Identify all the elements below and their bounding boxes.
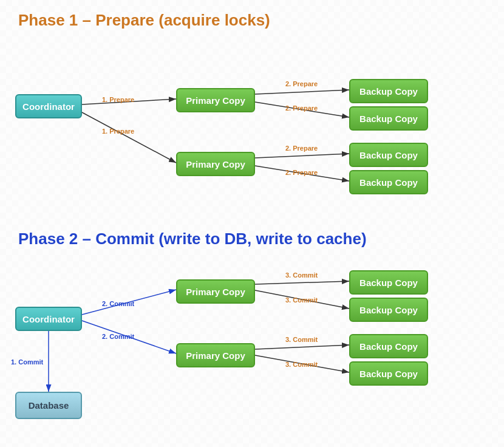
phase1-backup2: Backup Copy <box>349 106 428 131</box>
p2-label-p2-b3: 3. Commit <box>285 336 318 343</box>
phase2-backup3: Backup Copy <box>349 334 428 358</box>
phase2-primary1: Primary Copy <box>176 279 255 304</box>
p1-label-p2-b3: 2. Prepare <box>285 145 318 152</box>
phase1-coordinator: Coordinator <box>15 94 82 118</box>
p1-label-p1-b2: 2. Prepare <box>285 104 318 112</box>
content-area: Phase 1 – Prepare (acquire locks) Phase … <box>0 0 504 447</box>
phase2-database: Database <box>15 392 82 419</box>
phase1-backup3: Backup Copy <box>349 143 428 167</box>
phase1-backup1: Backup Copy <box>349 79 428 103</box>
phase1-primary2: Primary Copy <box>176 152 255 176</box>
arrows-svg <box>0 0 504 447</box>
phase1-backup4: Backup Copy <box>349 170 428 194</box>
phase1-primary1: Primary Copy <box>176 88 255 112</box>
phase2-primary2: Primary Copy <box>176 343 255 367</box>
p1-primary2-to-backup3-arrow <box>255 154 349 158</box>
p2-label-coord-primary2: 2. Commit <box>102 333 134 340</box>
p1-label-p1-b1: 2. Prepare <box>285 80 318 87</box>
p1-primary1-to-backup1-arrow <box>255 90 349 94</box>
p1-label-coord-primary2: 1. Prepare <box>102 128 134 135</box>
phase1-title: Phase 1 – Prepare (acquire locks) <box>18 11 270 30</box>
p2-primary2-to-backup3-arrow <box>255 345 349 349</box>
p2-label-coord-db: 1. Commit <box>11 358 43 366</box>
p2-label-p1-b1: 3. Commit <box>285 271 318 279</box>
phase2-backup4: Backup Copy <box>349 361 428 386</box>
p2-primary1-to-backup1-arrow <box>255 281 349 284</box>
p2-label-p1-b2: 3. Commit <box>285 296 318 304</box>
phase2-title: Phase 2 – Commit (write to DB, write to … <box>18 230 367 248</box>
phase2-backup1: Backup Copy <box>349 270 428 295</box>
phase2-backup2: Backup Copy <box>349 298 428 322</box>
p2-label-p2-b4: 3. Commit <box>285 361 318 368</box>
phase2-coordinator: Coordinator <box>15 307 82 331</box>
p1-coord-to-primary2-arrow <box>82 112 176 163</box>
p1-label-p2-b4: 2. Prepare <box>285 169 318 176</box>
p1-label-coord-primary1: 1. Prepare <box>102 96 134 103</box>
p2-label-coord-primary1: 2. Commit <box>102 300 134 307</box>
